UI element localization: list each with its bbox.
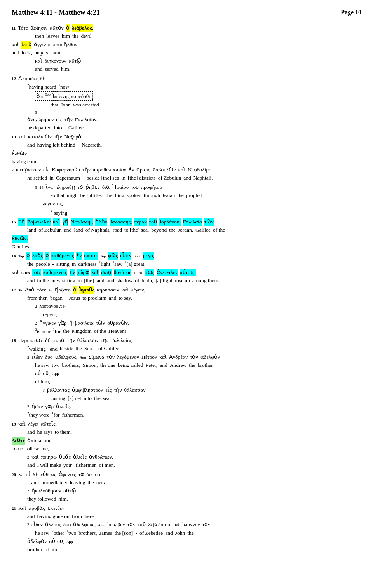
page-title: Matthew 4:11 - Matthew 4:21 xyxy=(12,8,100,17)
verse-21: 21 Καὶ προβὰς ἐκεῖθεν and having gone on… xyxy=(12,504,361,554)
verse-11: 11 Τότε ἀφίησιν αὐτὸν ὁ διάβολος, then l… xyxy=(12,24,361,73)
verse-18: 18 Περιπατῶν δὲ παρὰ τὴν θάλασσαν τῆς Γα… xyxy=(12,337,361,419)
main-content: 11 Τότε ἀφίησιν αὐτὸν ὁ διάβολος, then l… xyxy=(12,24,361,554)
page-number: Page 10 xyxy=(341,8,361,17)
verse-19: 19 καὶ λέγει αὐτοῖς, and he says to them… xyxy=(12,420,361,469)
verse-17: 17 Sit Ἀπὸ τότε Sit ἤρξατο ὁ Ἰησοῦς κηρύ… xyxy=(12,286,361,335)
verse-15: 15 Γῆ Ζαβουλὼν καὶ γῆ Νεφθαλίμ, ὁδὸν θαλ… xyxy=(12,218,361,251)
verse-12: 12 Ἀκούσας δὲ 2having heard 1now ὅτι Top… xyxy=(12,75,361,132)
verse-13: 13 καὶ καταλιπὼν τὴν Ναζαρὰ and having l… xyxy=(12,133,361,182)
verse-20: 20 Art οἱ δὲ εὐθέως ἀφέντες τὰ δίκτυα - … xyxy=(12,471,361,503)
verse-16: 16 Top ὁ λαὸς ὁ καθήμενος ἐν σκότει Top … xyxy=(12,252,361,285)
verse-14: 3 14 ἵνα πληρωθῇ τὸ ῥηθὲν διὰ Ἠσαΐου τοῦ… xyxy=(12,183,361,217)
